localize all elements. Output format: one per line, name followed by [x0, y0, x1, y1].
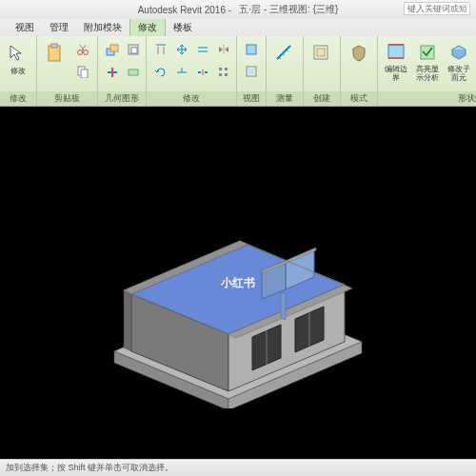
viewport-3d[interactable]: 小红书: [0, 107, 476, 459]
svg-rect-13: [219, 73, 222, 76]
array-button[interactable]: [214, 63, 233, 82]
subface-icon: [446, 41, 471, 64]
panel-label: 修改: [147, 91, 236, 106]
panel-geometry: 几何图形: [98, 36, 147, 106]
highlight-icon: [415, 41, 440, 64]
split-button[interactable]: [193, 63, 212, 82]
ribbon: 修改 修改 剪贴板 几: [0, 36, 476, 107]
panel-clipboard: 剪贴板: [37, 36, 98, 106]
svg-rect-11: [219, 68, 222, 70]
svg-point-2: [78, 50, 83, 55]
copy-button[interactable]: [73, 62, 92, 81]
ribbon-tabs: 视图 管理 附加模块 修改 楼板: [0, 19, 476, 36]
trim-button[interactable]: [172, 63, 191, 82]
move-button[interactable]: [172, 40, 191, 59]
tab-addins[interactable]: 附加模块: [76, 19, 129, 36]
panel-label: 创建: [304, 91, 340, 106]
svg-rect-14: [225, 73, 228, 76]
svg-rect-1: [51, 44, 57, 48]
mode-button[interactable]: [345, 39, 373, 83]
titlebar: Autodesk Revit 2016 - 五·层 - 三维视图: {三维}: [0, 0, 476, 19]
panel-label: 形状编辑: [378, 91, 476, 106]
svg-rect-17: [248, 69, 254, 74]
tab-modify[interactable]: 修改: [129, 18, 166, 36]
create-button[interactable]: [307, 39, 336, 83]
join-geom-button[interactable]: [103, 40, 122, 59]
measure-button[interactable]: [270, 39, 299, 83]
watermark: 小红书: [221, 275, 255, 291]
panel-analyze: 编辑边界 高亮显示分析 修改子面元 添加点 添加分割线 拾取支座: [378, 36, 476, 106]
statusbar: 加到选择集；按 Shift 键并单击可取消选择。: [0, 459, 476, 476]
app-title: Autodesk Revit 2016 -: [138, 5, 231, 15]
panel-view: 视图: [237, 36, 267, 106]
view-button-2[interactable]: [242, 62, 261, 81]
search-input[interactable]: [404, 2, 470, 15]
panel-label: 剪贴板: [37, 91, 97, 106]
building-model: [95, 180, 381, 408]
svg-rect-19: [317, 49, 325, 56]
svg-rect-10: [129, 69, 138, 75]
svg-rect-12: [225, 68, 228, 70]
doc-title: 五·层 - 三维视图: {三维}: [239, 3, 338, 16]
status-text: 加到选择集；按 Shift 键并单击可取消选择。: [6, 462, 173, 474]
modify-button[interactable]: 修改: [4, 39, 32, 83]
cut-button[interactable]: [73, 40, 92, 59]
modify-subface-button[interactable]: 修改子面元: [445, 39, 473, 83]
rotate-button[interactable]: [151, 63, 170, 82]
cut-geom-button[interactable]: [124, 40, 143, 59]
panel-modify-tools: 修改: [147, 36, 237, 106]
panel-label: 视图: [237, 91, 266, 106]
panel-measure: 测量: [267, 36, 304, 106]
measure-icon: [272, 41, 297, 66]
panel-label: 模式: [341, 91, 377, 106]
tab-floor[interactable]: 楼板: [166, 19, 200, 36]
svg-rect-5: [81, 69, 88, 78]
tab-manage[interactable]: 管理: [42, 19, 76, 36]
panel-modify-1: 修改 修改: [0, 36, 37, 106]
svg-rect-15: [247, 45, 256, 54]
panel-label: 测量: [267, 91, 303, 106]
geom-button-3[interactable]: [103, 63, 122, 82]
svg-rect-7: [110, 45, 118, 51]
panel-label: 几何图形: [98, 91, 146, 106]
title-search: [404, 2, 470, 15]
svg-rect-20: [388, 45, 404, 58]
boundary-icon: [384, 41, 408, 64]
geom-button-4[interactable]: [124, 63, 143, 82]
highlight-analyze-button[interactable]: 高亮显示分析: [413, 39, 442, 83]
cursor-icon: [6, 41, 30, 66]
shield-icon: [347, 41, 371, 66]
edit-boundary-button[interactable]: 编辑边界: [382, 39, 410, 83]
tab-view[interactable]: 视图: [8, 19, 42, 36]
paste-button[interactable]: [41, 39, 69, 83]
svg-rect-9: [131, 48, 137, 53]
svg-point-3: [84, 50, 89, 55]
panel-label: 修改: [0, 91, 36, 106]
panel-mode: 模式: [341, 36, 378, 106]
view-button-1[interactable]: [242, 40, 261, 59]
create-icon: [309, 41, 334, 66]
clipboard-icon: [43, 41, 68, 66]
align-button[interactable]: [151, 40, 170, 59]
offset-button[interactable]: [193, 40, 212, 59]
mirror-button[interactable]: [214, 40, 233, 59]
panel-create: 创建: [304, 36, 341, 106]
